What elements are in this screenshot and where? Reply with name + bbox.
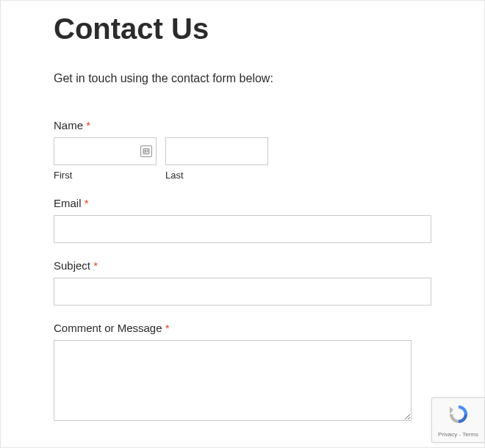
recaptcha-privacy-terms: Privacy - Terms xyxy=(438,431,478,438)
subject-field-group: Subject * xyxy=(54,259,431,306)
email-label: Email * xyxy=(54,197,431,209)
last-name-input[interactable] xyxy=(165,137,268,165)
message-label-text: Comment or Message xyxy=(54,322,162,334)
recaptcha-icon xyxy=(448,403,470,428)
recaptcha-badge[interactable]: Privacy - Terms xyxy=(431,397,484,443)
email-field-group: Email * xyxy=(54,197,431,243)
name-field-group: Name * First xyxy=(54,119,431,181)
name-label: Name * xyxy=(54,119,431,131)
message-label: Comment or Message * xyxy=(54,322,431,334)
last-name-col: Last xyxy=(165,137,268,181)
subject-label-text: Subject xyxy=(54,259,90,272)
svg-point-1 xyxy=(145,150,146,151)
contact-form-container: Contact Us Get in touch using the contac… xyxy=(0,0,485,448)
svg-rect-0 xyxy=(143,149,149,154)
subject-required-indicator: * xyxy=(93,259,98,272)
message-textarea[interactable] xyxy=(54,340,412,421)
subject-label: Subject * xyxy=(54,259,431,272)
subject-input[interactable] xyxy=(54,278,431,306)
first-name-col: First xyxy=(54,137,157,181)
intro-text: Get in touch using the contact form belo… xyxy=(54,72,431,85)
message-field-group: Comment or Message * xyxy=(54,322,431,424)
name-row: First Last xyxy=(54,137,431,181)
last-name-sublabel: Last xyxy=(165,170,268,181)
email-label-text: Email xyxy=(54,197,82,209)
name-label-text: Name xyxy=(54,119,83,131)
email-required-indicator: * xyxy=(85,197,89,209)
email-input[interactable] xyxy=(54,215,431,243)
first-name-sublabel: First xyxy=(54,170,157,181)
message-required-indicator: * xyxy=(165,322,170,334)
name-required-indicator: * xyxy=(86,119,90,131)
contact-card-icon xyxy=(140,145,152,157)
first-name-input-wrap xyxy=(54,137,157,165)
page-title: Contact Us xyxy=(54,12,431,46)
